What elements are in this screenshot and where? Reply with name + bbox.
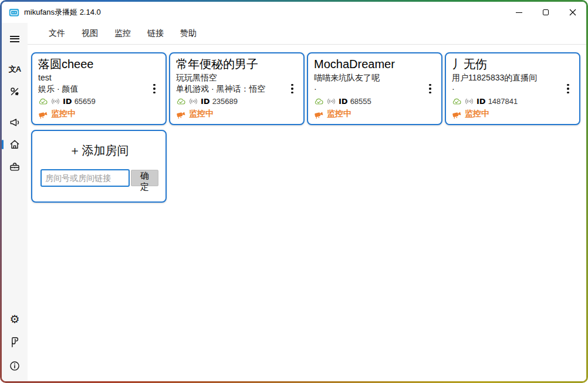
room-stats: ID 235689	[176, 96, 298, 106]
id-label: ID	[477, 97, 486, 106]
menu-toggle-button[interactable]	[4, 28, 26, 50]
room-status: 监控中	[176, 109, 298, 119]
room-id: 1487841	[488, 97, 518, 106]
camera-icon	[38, 110, 48, 119]
hamburger-icon	[10, 34, 19, 43]
id-label: ID	[63, 97, 72, 106]
streamer-name: 落圆cheee	[38, 56, 160, 72]
kebab-icon	[429, 84, 431, 94]
sidebar-item-announcements[interactable]	[4, 111, 26, 133]
add-room-card: ＋ 添加房间 确定	[31, 130, 167, 203]
room-card: 落圆cheee test 娱乐 · 颜值	[31, 52, 167, 125]
add-room-title: 添加房间	[82, 143, 129, 159]
room-status: 监控中	[38, 109, 160, 119]
sidebar-item-changelog[interactable]	[4, 331, 26, 354]
room-stats: ID 65659	[38, 96, 160, 106]
menu-sponsor[interactable]: 赞助	[179, 26, 198, 41]
room-area: 娱乐 · 颜值	[38, 83, 160, 95]
room-card: 常年便秘的男子 玩玩黑悟空 单机游戏 · 黑神话：悟空	[169, 52, 305, 125]
cloud-ok-icon	[314, 97, 324, 105]
window-frame: mikufans录播姬 2.14.0 文A	[0, 0, 588, 383]
room-title: test	[38, 72, 160, 83]
camera-icon	[314, 110, 324, 119]
sidebar-item-theme[interactable]	[4, 80, 26, 103]
add-room-header: ＋ 添加房间	[39, 143, 158, 159]
close-button[interactable]	[559, 2, 586, 23]
menu-view[interactable]: 视图	[80, 26, 99, 41]
room-menu-button[interactable]	[562, 79, 575, 99]
kebab-icon	[291, 84, 293, 94]
status-label: 监控中	[189, 109, 214, 119]
brush-off-icon	[9, 86, 21, 98]
kebab-icon	[153, 84, 156, 94]
room-stats: ID 68555	[314, 96, 435, 106]
app-logo-icon	[9, 7, 19, 18]
sidebar-item-home[interactable]	[4, 133, 26, 156]
maximize-icon	[543, 9, 549, 15]
cloud-ok-icon	[38, 97, 48, 105]
flag-p-icon	[9, 337, 21, 348]
sidebar-item-settings[interactable]: ⚙	[4, 307, 26, 331]
menu-monitor[interactable]: 监控	[113, 26, 132, 41]
minimize-icon	[516, 12, 522, 13]
menu-file[interactable]: 文件	[48, 26, 66, 41]
id-label: ID	[339, 97, 348, 106]
translate-icon: 文A	[9, 64, 21, 75]
plus-icon: ＋	[69, 143, 81, 159]
megaphone-icon	[9, 116, 21, 128]
titlebar: mikufans录播姬 2.14.0	[2, 2, 586, 23]
app-window: mikufans录播姬 2.14.0 文A	[2, 2, 586, 381]
gear-icon: ⚙	[9, 314, 19, 325]
room-menu-button[interactable]	[148, 79, 161, 99]
room-area: ·	[314, 83, 435, 95]
room-id: 68555	[350, 97, 371, 106]
window-title: mikufans录播姬 2.14.0	[24, 7, 101, 18]
selected-indicator	[2, 140, 4, 149]
room-area: ·	[452, 83, 573, 95]
streamer-name: 丿无伤	[452, 56, 573, 72]
room-title: 玩玩黑悟空	[176, 72, 298, 83]
kebab-icon	[567, 84, 569, 94]
room-status: 监控中	[452, 109, 573, 119]
cloud-ok-icon	[452, 97, 462, 105]
id-label: ID	[201, 97, 210, 106]
sidebar-item-toolbox[interactable]	[4, 156, 26, 178]
status-label: 监控中	[327, 109, 352, 119]
menubar: 文件 视图 监控 链接 赞助	[28, 23, 586, 45]
room-title: 喵喵来坑队友了呢	[314, 72, 435, 83]
sidebar-item-about[interactable]	[4, 354, 26, 378]
streamer-name: MochaDreamer	[314, 56, 435, 72]
maximize-button[interactable]	[532, 2, 559, 23]
camera-icon	[452, 110, 462, 119]
status-label: 监控中	[51, 109, 76, 119]
menu-links[interactable]: 链接	[146, 26, 165, 41]
toolbox-icon	[9, 161, 21, 173]
room-id: 65659	[75, 97, 96, 106]
room-title: 用户11825833的直播间	[452, 72, 573, 83]
room-card-grid: 落圆cheee test 娱乐 · 颜值	[28, 45, 586, 207]
room-menu-button[interactable]	[424, 79, 437, 99]
room-id-input[interactable]	[40, 169, 130, 187]
signal-icon	[188, 97, 198, 106]
confirm-button[interactable]: 确定	[131, 170, 158, 186]
minimize-button[interactable]	[505, 2, 532, 23]
room-card: 丿无伤 用户11825833的直播间 ·	[445, 52, 580, 125]
close-icon	[569, 9, 576, 16]
camera-icon	[176, 110, 186, 119]
signal-icon	[50, 97, 60, 106]
signal-icon	[464, 97, 474, 106]
streamer-name: 常年便秘的男子	[176, 56, 298, 72]
room-status: 监控中	[314, 109, 435, 119]
status-label: 监控中	[465, 109, 489, 119]
cloud-ok-icon	[176, 97, 186, 105]
room-menu-button[interactable]	[286, 79, 299, 99]
home-icon	[9, 139, 21, 150]
room-stats: ID 1487841	[452, 96, 573, 106]
sidebar-item-language[interactable]: 文A	[4, 58, 26, 80]
room-area: 单机游戏 · 黑神话：悟空	[176, 83, 298, 95]
sidebar: 文A	[2, 23, 28, 381]
room-id: 235689	[212, 97, 238, 106]
info-icon	[9, 360, 21, 372]
signal-icon	[326, 97, 336, 106]
main-content: 文件 视图 监控 链接 赞助 落圆cheee test 娱乐 · 颜值	[28, 23, 586, 381]
